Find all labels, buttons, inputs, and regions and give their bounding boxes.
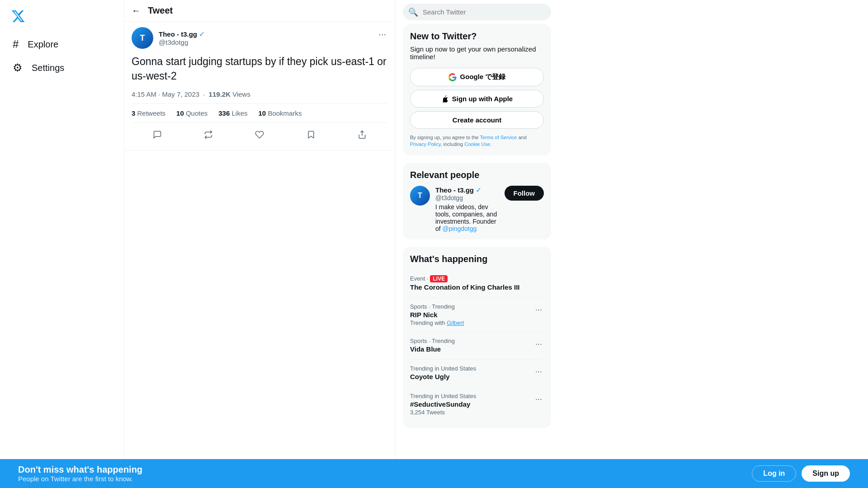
tweet-more-button[interactable]: ··· — [377, 27, 388, 41]
bottom-bar-sub-text: People on Twitter are the first to know. — [18, 475, 142, 483]
trend-coronation-name: The Coronation of King Charles III — [410, 283, 544, 291]
relevant-person-handle[interactable]: @t3dotgg — [435, 194, 499, 202]
relevant-person-verified: ✓ — [476, 186, 481, 194]
search-input[interactable] — [403, 4, 551, 20]
trend-rip-nick-category: Sports · Trending — [410, 303, 533, 310]
trend-seductive-sunday-more[interactable]: ··· — [533, 393, 544, 406]
trend-seductive-sunday-category: Trending in United States — [410, 393, 533, 399]
trend-seductive-sunday-name: #SeductiveSunday — [410, 400, 533, 408]
google-signup-label: Google で登録 — [460, 73, 506, 81]
author-handle[interactable]: @t3dotgg — [159, 38, 205, 46]
bottom-bar: Don't miss what's happening People on Tw… — [0, 459, 868, 488]
relevant-person-name-row: Theo - t3.gg ✓ — [435, 186, 499, 194]
login-button[interactable]: Log in — [752, 465, 796, 482]
apple-signup-button[interactable]: Sign up with Apple — [410, 90, 544, 108]
relevant-person-bio: I make videos, dev tools, companies, and… — [435, 203, 499, 232]
left-sidebar: # Explore ⚙ Settings — [0, 0, 124, 488]
tweet-text: Gonna start judging startups by if they … — [132, 54, 388, 83]
tweet-meta: 4:15 AM · May 7, 2023 · 119.2K Views — [132, 90, 388, 98]
trend-item-coronation[interactable]: Event · LIVE The Coronation of King Char… — [410, 270, 544, 298]
person-bio-link[interactable]: @pingdotgg — [443, 225, 477, 232]
google-signup-button[interactable]: Google で登録 — [410, 68, 544, 86]
search-box: 🔍 — [403, 0, 551, 24]
tweet-page-header: ← Tweet — [124, 0, 395, 22]
trend-coronation-category: Event · LIVE — [410, 275, 544, 282]
trend-item-seductive-sunday[interactable]: Trending in United States #SeductiveSund… — [410, 387, 544, 421]
terms-text: By signing up, you agree to the Terms of… — [410, 134, 544, 148]
trend-item-rip-nick[interactable]: Sports · Trending RIP Nick Trending with… — [410, 298, 544, 332]
trend-rip-nick-info: Sports · Trending RIP Nick Trending with… — [410, 303, 533, 326]
trend-vida-blue-name: Vida Blue — [410, 345, 533, 353]
trend-rip-nick-name: RIP Nick — [410, 311, 533, 319]
trend-vida-blue-category: Sports · Trending — [410, 338, 533, 344]
retweets-stat[interactable]: 3 Retweets — [132, 109, 165, 117]
trend-seductive-sunday-info: Trending in United States #SeductiveSund… — [410, 393, 533, 416]
share-button[interactable] — [354, 127, 370, 143]
create-account-button[interactable]: Create account — [410, 111, 544, 129]
trend-item-vida-blue[interactable]: Sports · Trending Vida Blue ··· — [410, 332, 544, 360]
reply-button[interactable] — [149, 127, 165, 143]
trend-coyote-ugly-info: Trending in United States Coyote Ugly — [410, 365, 533, 381]
new-to-twitter-subtitle: Sign up now to get your own personalized… — [410, 45, 544, 61]
author-name-row: Theo - t3.gg ✓ — [159, 30, 205, 38]
like-button[interactable] — [251, 127, 268, 143]
main-content: ← Tweet T Theo - t3.gg ✓ @t3dotgg — [124, 0, 396, 488]
trend-seductive-sunday-sub: 3,254 Tweets — [410, 409, 533, 416]
relevant-person-name[interactable]: Theo - t3.gg — [435, 186, 474, 194]
sidebar-item-settings[interactable]: ⚙ Settings — [5, 56, 71, 80]
relevant-person-info: Theo - t3.gg ✓ @t3dotgg I make videos, d… — [435, 186, 499, 232]
bookmarks-stat[interactable]: 10 Bookmarks — [259, 109, 302, 117]
sidebar-item-explore-label: Explore — [28, 39, 58, 50]
retweets-count: 3 — [132, 109, 135, 117]
trend-rip-nick-sub: Trending with Gilbert — [410, 319, 533, 326]
tweet-author-row: T Theo - t3.gg ✓ @t3dotgg ··· — [132, 27, 388, 49]
dot-separator: · — [203, 90, 207, 98]
author-name[interactable]: Theo - t3.gg — [159, 30, 197, 38]
author-details: Theo - t3.gg ✓ @t3dotgg — [159, 30, 205, 46]
twitter-logo[interactable] — [5, 4, 31, 31]
sidebar-item-explore[interactable]: # Explore — [5, 33, 66, 56]
gilbert-link[interactable]: Gilbert — [447, 319, 464, 326]
whats-happening-title: What's happening — [410, 254, 544, 264]
trend-coyote-ugly-more[interactable]: ··· — [533, 365, 544, 378]
tweet-container: T Theo - t3.gg ✓ @t3dotgg ··· Gonna star… — [124, 22, 395, 150]
explore-icon: # — [13, 38, 19, 51]
trend-item-coyote-ugly[interactable]: Trending in United States Coyote Ugly ··… — [410, 360, 544, 387]
likes-stat[interactable]: 336 Likes — [218, 109, 247, 117]
terms-link[interactable]: Terms of Service — [480, 135, 517, 140]
relevant-people-panel: Relevant people T Theo - t3.gg ✓ @t3dotg… — [403, 163, 551, 239]
back-button[interactable]: ← — [132, 5, 141, 16]
relevant-person-avatar-placeholder: T — [410, 186, 430, 206]
bookmark-button[interactable] — [303, 127, 319, 143]
relevant-person-avatar[interactable]: T — [410, 186, 430, 206]
tweet-stats: 3 Retweets 10 Quotes 336 Likes 10 Bookma… — [132, 103, 388, 123]
trend-vida-blue-info: Sports · Trending Vida Blue — [410, 338, 533, 354]
tweet-author-avatar[interactable]: T — [132, 27, 153, 49]
bottom-bar-main-text: Don't miss what's happening — [18, 465, 142, 475]
tweet-views-count: 119.2K — [209, 90, 231, 98]
tweet-author-info: T Theo - t3.gg ✓ @t3dotgg — [132, 27, 205, 49]
right-sidebar: 🔍 New to Twitter? Sign up now to get you… — [396, 0, 558, 488]
avatar-placeholder: T — [132, 27, 153, 49]
trend-vida-blue-more[interactable]: ··· — [533, 338, 544, 351]
follow-button[interactable]: Follow — [505, 186, 544, 201]
create-account-label: Create account — [453, 116, 501, 124]
quotes-stat[interactable]: 10 Quotes — [176, 109, 208, 117]
retweet-button[interactable] — [200, 127, 217, 143]
settings-icon: ⚙ — [13, 61, 23, 74]
bottom-bar-buttons: Log in Sign up — [752, 465, 850, 482]
live-badge: LIVE — [430, 275, 448, 282]
relevant-people-title: Relevant people — [410, 170, 544, 180]
search-icon: 🔍 — [408, 7, 418, 17]
trend-coyote-ugly-name: Coyote Ugly — [410, 373, 533, 380]
signup-button[interactable]: Sign up — [802, 465, 850, 482]
verified-badge: ✓ — [199, 30, 205, 38]
page-title: Tweet — [148, 5, 173, 16]
privacy-link[interactable]: Privacy Policy — [410, 141, 441, 147]
bookmarks-count: 10 — [259, 109, 266, 117]
trend-coronation-info: Event · LIVE The Coronation of King Char… — [410, 275, 544, 292]
bottom-bar-text: Don't miss what's happening People on Tw… — [18, 465, 142, 483]
cookie-link[interactable]: Cookie Use — [464, 141, 490, 147]
trend-rip-nick-more[interactable]: ··· — [533, 303, 544, 316]
sidebar-item-settings-label: Settings — [32, 63, 64, 73]
